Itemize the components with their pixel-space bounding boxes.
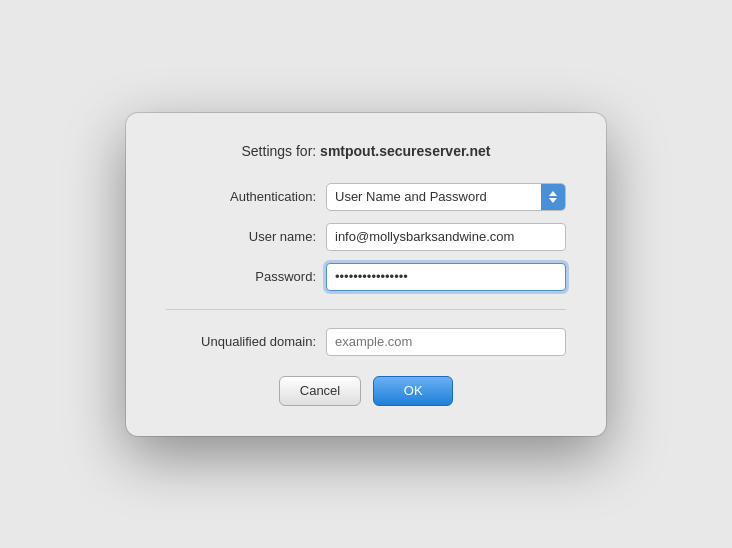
authentication-label: Authentication: xyxy=(166,189,326,204)
unqualified-domain-control xyxy=(326,328,566,356)
title-label: Settings for: xyxy=(242,143,317,159)
server-name: smtpout.secureserver.net xyxy=(320,143,490,159)
dialog-title: Settings for: smtpout.secureserver.net xyxy=(166,143,566,159)
unqualified-domain-label: Unqualified domain: xyxy=(166,334,326,349)
divider xyxy=(166,309,566,310)
authentication-select[interactable]: User Name and Password xyxy=(326,183,566,211)
username-label: User name: xyxy=(166,229,326,244)
password-row: Password: xyxy=(166,263,566,291)
unqualified-domain-row: Unqualified domain: xyxy=(166,328,566,356)
arrow-down-icon xyxy=(549,198,557,203)
authentication-control: User Name and Password xyxy=(326,183,566,211)
authentication-value: User Name and Password xyxy=(327,183,541,211)
password-input[interactable] xyxy=(326,263,566,291)
select-arrows-icon[interactable] xyxy=(541,183,565,211)
username-control xyxy=(326,223,566,251)
button-row: Cancel OK xyxy=(166,376,566,406)
cancel-button[interactable]: Cancel xyxy=(279,376,361,406)
password-control xyxy=(326,263,566,291)
settings-dialog: Settings for: smtpout.secureserver.net A… xyxy=(126,113,606,436)
authentication-row: Authentication: User Name and Password xyxy=(166,183,566,211)
password-label: Password: xyxy=(166,269,326,284)
username-input[interactable] xyxy=(326,223,566,251)
username-row: User name: xyxy=(166,223,566,251)
unqualified-domain-input[interactable] xyxy=(326,328,566,356)
arrow-up-icon xyxy=(549,191,557,196)
ok-button[interactable]: OK xyxy=(373,376,453,406)
